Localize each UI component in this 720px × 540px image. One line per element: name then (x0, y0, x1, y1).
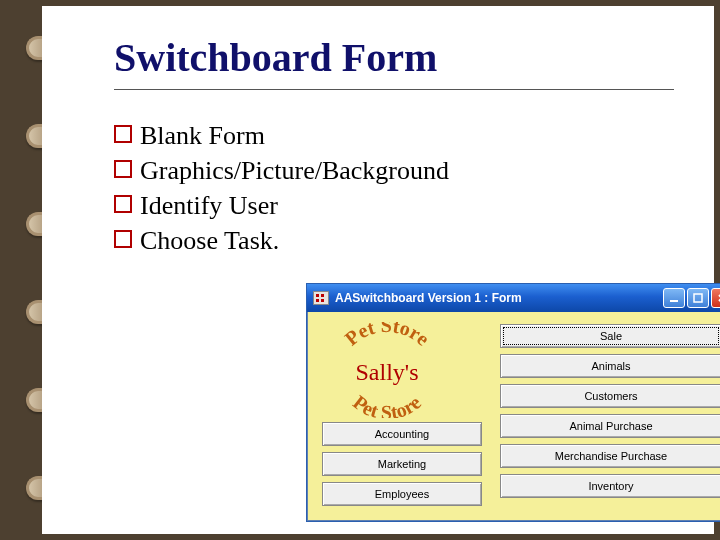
checkbox-icon (114, 160, 132, 178)
window-title: AASwitchboard Version 1 : Form (335, 291, 663, 305)
form-window: AASwitchboard Version 1 : Form (307, 284, 720, 521)
maximize-button[interactable] (687, 288, 709, 308)
accounting-button[interactable]: Accounting (322, 422, 482, 446)
inventory-button[interactable]: Inventory (500, 474, 720, 498)
svg-rect-0 (670, 300, 678, 302)
animals-button[interactable]: Animals (500, 354, 720, 378)
checkbox-icon (114, 125, 132, 143)
checkbox-icon (114, 195, 132, 213)
checkbox-icon (114, 230, 132, 248)
sale-button[interactable]: Sale (500, 324, 720, 348)
bullet-item: Blank Form (114, 118, 674, 153)
svg-rect-1 (694, 294, 702, 302)
svg-text:Pet Store: Pet Store (349, 391, 425, 418)
window-titlebar[interactable]: AASwitchboard Version 1 : Form (307, 284, 720, 312)
bullet-item: Graphics/Picture/Background (114, 153, 674, 188)
form-body: Pet Store Sally's Pet Store Accounting M… (307, 312, 720, 521)
store-logo: Pet Store Sally's Pet Store (322, 322, 452, 418)
animal-purchase-button[interactable]: Animal Purchase (500, 414, 720, 438)
employees-button[interactable]: Employees (322, 482, 482, 506)
slide-page: Switchboard Form Blank Form Graphics/Pic… (42, 6, 714, 534)
marketing-button[interactable]: Marketing (322, 452, 482, 476)
bullet-item: Choose Task. (114, 223, 674, 258)
bullet-item: Identify User (114, 188, 674, 223)
customers-button[interactable]: Customers (500, 384, 720, 408)
slide-title: Switchboard Form (114, 34, 674, 90)
minimize-button[interactable] (663, 288, 685, 308)
merchandise-purchase-button[interactable]: Merchandise Purchase (500, 444, 720, 468)
svg-text:Sally's: Sally's (356, 359, 419, 385)
close-button[interactable] (711, 288, 720, 308)
form-icon (313, 291, 329, 305)
bullet-list: Blank Form Graphics/Picture/Background I… (114, 118, 674, 258)
svg-text:Pet Store: Pet Store (340, 322, 434, 350)
